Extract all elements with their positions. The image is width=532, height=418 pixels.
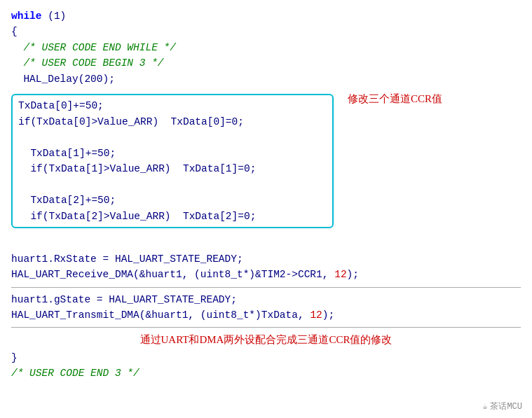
annotation-right-col: 修改三个通道CCR值 [334, 91, 521, 107]
line-comment-end: /* USER CODE END 3 */ [11, 365, 521, 381]
blank-1 [18, 130, 327, 145]
watermark: ☕茶话MCU [482, 400, 522, 412]
line-brace-close: } [11, 350, 521, 365]
line-rxstate: huart1.RxState = HAL_UART_STATE_READY; [11, 251, 521, 267]
line-while: while (1) [11, 8, 521, 24]
annotation-center: 通过UART和DMA两外设配合完成三通道CCR值的修改 [11, 332, 521, 348]
line-brace-open: { [11, 24, 521, 39]
txdata-1-cmp: if(TxData[1]>Value_ARR) TxData[1]=0; [18, 161, 327, 176]
line-gstate: huart1.gState = HAL_UART_STATE_READY; [11, 292, 521, 307]
line-comment-2: /* USER CODE BEGIN 3 */ [11, 55, 521, 71]
txdata-0-inc: TxData[0]+=50; [18, 98, 327, 113]
blank-3 [11, 235, 521, 251]
txdata-2-inc: TxData[2]+=50; [18, 193, 327, 208]
code-block: while (1) { /* USER CODE END WHILE */ /*… [11, 8, 521, 382]
line-comment-1: /* USER CODE END WHILE */ [11, 40, 521, 55]
separator-2 [11, 327, 521, 328]
txdata-0-cmp: if(TxData[0]>Value_ARR) TxData[0]=0; [18, 114, 327, 130]
line-receive-dma: HAL_UART_Receive_DMA(&huart1, (uint8_t*)… [11, 267, 521, 282]
watermark-icon: ☕ [482, 402, 487, 412]
txdata-2-cmp: if(TxData[2]>Value_ARR) TxData[2]=0; [18, 209, 327, 224]
cyan-box: TxData[0]+=50; if(TxData[0]>Value_ARR) T… [11, 94, 334, 228]
cyan-box-container: TxData[0]+=50; if(TxData[0]>Value_ARR) T… [11, 91, 334, 231]
blank-2 [18, 177, 327, 193]
separator-1 [11, 287, 521, 288]
annotation-ccr: 修改三个通道CCR值 [348, 91, 442, 107]
line-transmit-dma: HAL_UART_Transmit_DMA(&huart1, (uint8_t*… [11, 307, 521, 323]
txdata-section: TxData[0]+=50; if(TxData[0]>Value_ARR) T… [11, 91, 521, 231]
line-hal-delay: HAL_Delay(200); [11, 71, 521, 87]
txdata-1-inc: TxData[1]+=50; [18, 146, 327, 161]
main-container: while (1) { /* USER CODE END WHILE */ /*… [0, 0, 532, 418]
